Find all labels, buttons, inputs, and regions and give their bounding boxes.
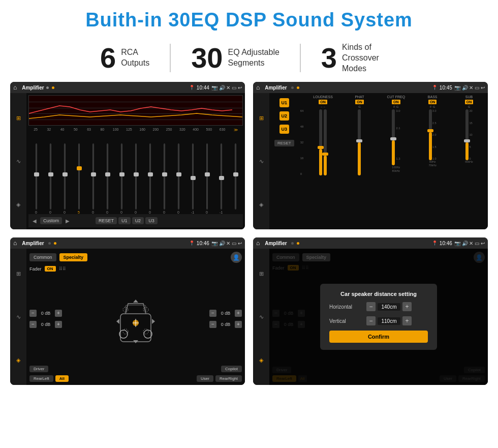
modal-horizontal-plus[interactable]: + <box>402 302 412 311</box>
svg-rect-1 <box>126 305 146 314</box>
stat-crossover: 3 Kinds ofCrossover Modes <box>301 42 418 74</box>
fader-profile-icon[interactable]: 👤 <box>231 252 242 263</box>
db-control-fl: − 0 dB + <box>29 310 62 317</box>
eq-icon-speaker[interactable]: ◈ <box>13 199 24 211</box>
eq-icon-wave[interactable]: ∿ <box>13 156 24 167</box>
fader-home-icon[interactable]: ⌂ <box>13 240 17 247</box>
db-minus-fl[interactable]: − <box>29 310 37 317</box>
u2-btn[interactable]: U2 <box>279 111 290 121</box>
fader-label-row: Fader ON ⠿⠿ <box>29 266 242 272</box>
eq-custom-btn[interactable]: Custom <box>40 217 62 224</box>
crossover-icon-speaker[interactable]: ◈ <box>256 199 267 211</box>
eq-slider-1[interactable] <box>29 143 43 210</box>
fader-screen-container: ⌂ Amplifier 📍 10:46 📷 🔊 ✕ ▭ ↩ ⊞ ∿ ◈ <box>10 237 245 385</box>
crossover-title: Amplifier <box>265 85 287 91</box>
fader-status-bar: ⌂ Amplifier 📍 10:46 📷 🔊 ✕ ▭ ↩ <box>10 237 245 249</box>
db-plus-fl[interactable]: + <box>55 310 62 317</box>
reset-btn[interactable]: RESET <box>274 140 294 146</box>
distance-icon-speaker[interactable]: ◈ <box>256 355 267 366</box>
crossover-icon-eq[interactable]: ⊞ <box>256 112 267 124</box>
fader-icon-eq[interactable]: ⊞ <box>13 268 24 279</box>
eq-slider-7[interactable] <box>115 143 128 210</box>
distance-status-bar: ⌂ Amplifier 📍 10:46 📷 🔊 ✕ ▭ ↩ <box>253 237 488 249</box>
eq-slider-2[interactable] <box>44 143 57 210</box>
db-plus-rl[interactable]: + <box>55 321 62 328</box>
eq-slider-10[interactable] <box>158 143 171 210</box>
crossover-icon-wave[interactable]: ∿ <box>256 156 267 167</box>
car-svg <box>110 288 161 349</box>
stats-row: 6 RCAOutputs 30 EQ AdjustableSegments 3 … <box>0 37 498 82</box>
fader-btn-copilot[interactable]: Copilot <box>221 366 242 372</box>
modal-vertical-value: 110cm <box>378 317 400 325</box>
fader-btn-all[interactable]: All <box>55 375 69 382</box>
crossover-inner: U1 U2 U3 RESET LOUDNESS ON <box>269 93 488 229</box>
modal-vertical-control: − 110cm + <box>366 316 412 325</box>
fader-tab-common[interactable]: Common <box>29 253 56 261</box>
eq-slider-15[interactable] <box>229 143 242 210</box>
distance-sidebar: ⊞ ∿ ◈ <box>253 249 269 385</box>
crossover-screen-container: ⌂ Amplifier 📍 10:45 📷 🔊 ✕ ▭ ↩ ⊞ ∿ ◈ <box>253 82 488 229</box>
db-plus-rr[interactable]: + <box>235 321 242 328</box>
eq-slider-6[interactable] <box>101 143 114 210</box>
eq-u1-btn[interactable]: U1 <box>118 217 131 224</box>
modal-overlay: Car speaker distance setting Horizontal … <box>269 249 488 385</box>
distance-home-icon[interactable]: ⌂ <box>256 240 260 247</box>
fader-bottom-btns2: RearLeft All User RearRight <box>29 375 242 382</box>
fader-left-controls: − 0 dB + − 0 dB + <box>29 310 62 328</box>
fader-btn-rearright[interactable]: RearRight <box>215 375 242 382</box>
fader-main-area: Common Specialty 👤 Fader ON ⠿⠿ <box>26 249 245 385</box>
eq-prev-btn[interactable]: ◀ <box>30 217 39 225</box>
eq-next-btn[interactable]: ▶ <box>64 217 72 225</box>
eq-slider-14[interactable] <box>214 143 228 210</box>
modal-horizontal-minus[interactable]: − <box>366 302 376 311</box>
crossover-time: 10:45 <box>440 85 452 91</box>
fader-icon-speaker[interactable]: ◈ <box>13 355 24 366</box>
modal-box: Car speaker distance setting Horizontal … <box>320 284 437 350</box>
fader-tab-specialty[interactable]: Specialty <box>59 253 88 261</box>
eq-slider-8[interactable] <box>129 143 142 210</box>
crossover-icons: 📷 🔊 ✕ ▭ ↩ <box>454 85 485 91</box>
eq-slider-11[interactable] <box>172 143 185 210</box>
db-minus-rl[interactable]: − <box>29 321 37 328</box>
fader-bottom-btns: Driver Copilot <box>29 366 242 372</box>
fader-btn-user[interactable]: User <box>197 375 213 382</box>
db-control-rr: − 0 dB + <box>209 321 242 328</box>
crossover-status-bar: ⌂ Amplifier 📍 10:45 📷 🔊 ✕ ▭ ↩ <box>253 82 488 93</box>
eq-u3-btn[interactable]: U3 <box>145 217 158 224</box>
eq-slider-12[interactable] <box>186 143 199 210</box>
eq-slider-5[interactable] <box>86 143 100 210</box>
home-icon[interactable]: ⌂ <box>13 84 17 91</box>
fader-right-controls: − 0 dB + − 0 dB + <box>209 310 242 328</box>
distance-icon-wave[interactable]: ∿ <box>256 311 267 322</box>
db-minus-fr[interactable]: − <box>209 310 216 317</box>
crossover-location-icon: 📍 <box>432 85 438 90</box>
db-value-rr: 0 dB <box>219 322 233 327</box>
u3-btn[interactable]: U3 <box>279 125 290 134</box>
eq-slider-3[interactable] <box>58 143 71 210</box>
distance-title: Amplifier <box>265 241 287 246</box>
fader-btn-driver[interactable]: Driver <box>29 366 48 372</box>
eq-slider-9[interactable] <box>143 143 157 210</box>
eq-u2-btn[interactable]: U2 <box>132 217 144 224</box>
eq-slider-13[interactable] <box>200 143 213 210</box>
modal-vertical-minus[interactable]: − <box>366 316 376 325</box>
fader-icon-wave[interactable]: ∿ <box>13 311 24 322</box>
stat-label-rca: RCAOutputs <box>121 47 149 69</box>
eq-graph <box>28 95 243 126</box>
fader-btn-rearleft[interactable]: RearLeft <box>29 375 53 382</box>
db-plus-fr[interactable]: + <box>235 310 242 317</box>
u1-btn[interactable]: U1 <box>279 98 290 107</box>
modal-vertical-plus[interactable]: + <box>402 316 412 325</box>
crossover-home-icon[interactable]: ⌂ <box>256 84 260 91</box>
confirm-button[interactable]: Confirm <box>329 331 428 343</box>
distance-location-icon: 📍 <box>432 241 438 246</box>
crossover-u-btns: U1 U2 U3 RESET <box>269 93 299 229</box>
db-minus-rr[interactable]: − <box>209 321 216 328</box>
fader-tabs-row: Common Specialty 👤 <box>29 252 242 263</box>
fader-on-badge[interactable]: ON <box>45 266 56 272</box>
eq-reset-btn[interactable]: RESET <box>96 217 117 224</box>
eq-icon-eq[interactable]: ⊞ <box>13 112 24 124</box>
modal-vertical-row: Vertical − 110cm + <box>329 316 428 325</box>
eq-slider-4[interactable] <box>72 143 85 210</box>
distance-icon-eq[interactable]: ⊞ <box>256 268 267 279</box>
